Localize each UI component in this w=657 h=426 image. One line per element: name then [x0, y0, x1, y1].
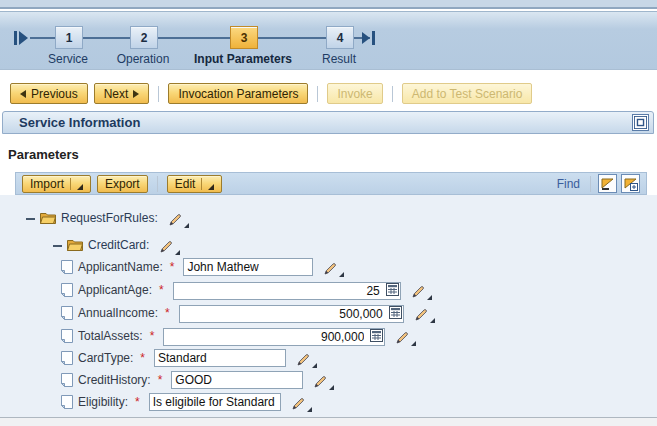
value-help-button[interactable] [389, 306, 402, 319]
roadmap-step-result[interactable]: 4 [326, 26, 354, 49]
collapse-tray-icon [634, 116, 647, 129]
field-label: Eligibility: [78, 395, 128, 409]
edit-value-button[interactable] [158, 235, 180, 255]
edit-button[interactable]: Edit [167, 175, 223, 193]
roadmap-step-input-parameters-label: Input Parameters [194, 52, 292, 66]
roadmap-step-operation[interactable]: 2 [130, 26, 158, 49]
edit-value-button[interactable] [295, 348, 317, 368]
calculator-icon [386, 283, 399, 296]
find-group: Find [557, 174, 640, 193]
add-to-test-scenario-button-label: Add to Test Scenario [412, 87, 523, 101]
field-label: CardType: [78, 351, 133, 365]
field-row-applicantage: ApplicantAge: * [61, 280, 432, 300]
menu-caret-icon [208, 184, 214, 190]
toolbar-separator [590, 176, 591, 192]
pencil-menu-caret-icon [427, 295, 432, 300]
next-button-label: Next [104, 87, 129, 101]
pencil-menu-caret-icon [411, 341, 416, 346]
pencil-menu-caret-icon [329, 385, 334, 390]
roadmap-step-input-parameters[interactable]: 3 [230, 26, 258, 49]
roadmap-step-result-label: Result [322, 52, 356, 66]
import-button[interactable]: Import [22, 175, 91, 193]
bottom-strip [0, 417, 657, 426]
folder-icon [40, 212, 56, 224]
calculator-icon [389, 306, 402, 319]
edit-value-button[interactable] [312, 370, 334, 390]
applicantage-input[interactable] [173, 282, 401, 300]
tree-node-label[interactable]: RequestForRules: [61, 211, 158, 225]
field-label: ApplicantAge: [78, 283, 152, 297]
previous-button[interactable]: Previous [10, 83, 88, 104]
roadmap-step-service-label: Service [48, 52, 88, 66]
parameter-icon [61, 260, 73, 274]
pencil-menu-caret-icon [307, 407, 312, 412]
eligibility-input[interactable] [149, 393, 281, 411]
required-marker: * [150, 329, 155, 343]
field-row-cardtype: CardType: * [61, 348, 317, 368]
pencil-icon [410, 284, 426, 300]
service-information-header: Service Information [2, 111, 654, 134]
next-button[interactable]: Next [94, 83, 150, 104]
expand-all-button[interactable] [621, 174, 640, 193]
toolbar-separator [392, 86, 393, 102]
collapse-tray-button[interactable] [632, 114, 649, 131]
top-strip [0, 0, 657, 9]
parameter-icon [61, 351, 73, 365]
totalassets-input[interactable] [163, 328, 385, 346]
tree-node-label[interactable]: CreditCard: [88, 238, 149, 252]
cardtype-input[interactable] [154, 349, 286, 367]
invocation-parameters-button[interactable]: Invocation Parameters [168, 83, 308, 104]
field-label: CreditHistory: [78, 373, 151, 387]
collapse-all-button[interactable] [598, 174, 617, 193]
pencil-menu-caret-icon [339, 272, 344, 277]
value-help-button[interactable] [386, 283, 399, 296]
field-row-applicantname: ApplicantName: * [61, 257, 344, 277]
edit-value-button[interactable] [167, 208, 189, 228]
parameters-tree: RequestForRules: CreditCard: [0, 195, 657, 417]
field-row-totalassets: TotalAssets: * [61, 326, 416, 346]
required-marker: * [165, 306, 170, 320]
pencil-menu-caret-icon [184, 223, 189, 228]
tree-node-creditcard: CreditCard: [53, 235, 180, 255]
invocation-parameters-button-label: Invocation Parameters [178, 87, 298, 101]
required-marker: * [140, 351, 145, 365]
edit-value-button[interactable] [410, 280, 432, 300]
number-input-wrap [163, 327, 385, 346]
roadmap: 1 Service 2 Operation 3 Input Parameters… [0, 11, 657, 70]
roadmap-step-operation-number: 2 [141, 31, 148, 45]
annualincome-input[interactable] [179, 305, 404, 323]
pencil-icon [394, 330, 410, 346]
credithistory-input[interactable] [171, 371, 303, 389]
service-information-title: Service Information [19, 115, 140, 130]
value-help-button[interactable] [370, 329, 383, 342]
required-marker: * [159, 283, 164, 297]
export-button[interactable]: Export [97, 175, 148, 193]
next-arrow-icon [133, 90, 139, 98]
invoke-button-label: Invoke [337, 87, 372, 101]
calculator-icon [370, 329, 383, 342]
import-menu-caret[interactable] [70, 178, 83, 190]
required-marker: * [170, 260, 175, 274]
field-label: ApplicantName: [78, 260, 163, 274]
expand-all-icon [624, 177, 638, 191]
edit-value-button[interactable] [413, 303, 435, 323]
find-link[interactable]: Find [557, 177, 580, 191]
pencil-menu-caret-icon [430, 318, 435, 323]
field-row-annualincome: AnnualIncome: * [61, 303, 435, 323]
roadmap-step-service-number: 1 [66, 31, 73, 45]
menu-caret-icon [77, 184, 83, 190]
edit-value-button[interactable] [394, 326, 416, 346]
number-input-wrap [173, 281, 401, 300]
pencil-menu-caret-icon [312, 363, 317, 368]
collapse-toggle-icon[interactable] [26, 214, 35, 223]
collapse-toggle-icon[interactable] [53, 241, 62, 250]
export-button-label: Export [105, 177, 140, 191]
applicantname-input[interactable] [183, 258, 313, 276]
action-bar: Previous Next Invocation Parameters Invo… [10, 83, 532, 104]
pencil-icon [322, 261, 338, 277]
edit-button-label: Edit [175, 177, 196, 191]
edit-value-button[interactable] [290, 392, 312, 412]
edit-menu-caret[interactable] [201, 178, 214, 190]
roadmap-step-service[interactable]: 1 [55, 26, 83, 49]
edit-value-button[interactable] [322, 257, 344, 277]
